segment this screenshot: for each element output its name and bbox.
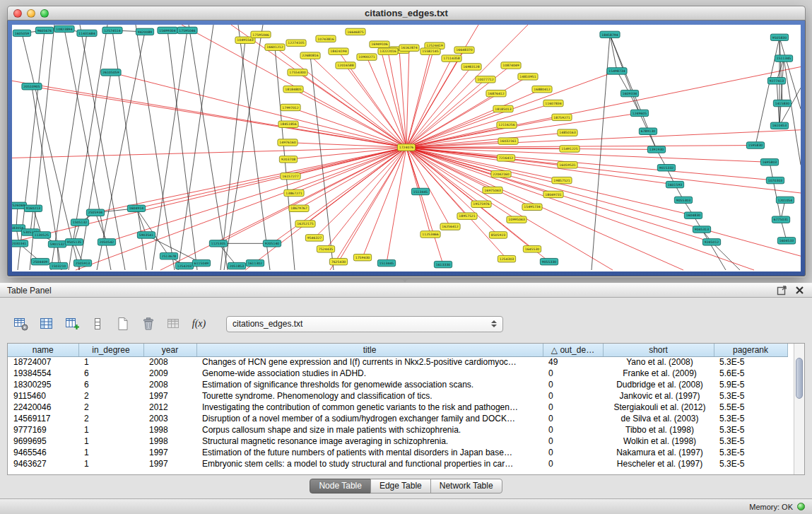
network-node[interactable]: 1604830: [684, 212, 702, 218]
network-node[interactable]: 2050542: [98, 239, 115, 245]
table-cell[interactable]: Structural magnetic resonance image aver…: [196, 436, 543, 447]
network-node[interactable]: 6115049: [192, 259, 210, 266]
network-node[interactable]: 9245012: [702, 239, 720, 245]
create-column-icon[interactable]: [62, 315, 81, 334]
network-node[interactable]: 15582145: [420, 48, 440, 54]
network-node[interactable]: 15699304: [158, 27, 177, 33]
network-node[interactable]: 16983128: [461, 64, 481, 70]
network-node[interactable]: 18458794: [600, 31, 620, 37]
table-cell[interactable]: 2003: [143, 413, 196, 424]
tab-network-table[interactable]: Network Table: [430, 479, 502, 493]
table-cell[interactable]: Stergiakouli et al. (2012): [603, 402, 714, 413]
table-row[interactable]: 1938455462009Genome-wide association stu…: [8, 368, 787, 379]
network-node[interactable]: 9505830: [770, 34, 788, 40]
network-node[interactable]: 16949106: [370, 41, 389, 47]
table-cell[interactable]: 0: [543, 390, 603, 402]
network-node[interactable]: 14976160: [278, 139, 298, 146]
network-node[interactable]: 12574514: [102, 27, 122, 33]
table-chooser-dropdown[interactable]: citations_edges.txt: [226, 316, 503, 332]
table-cell[interactable]: 1: [78, 424, 143, 436]
network-node[interactable]: 1609334: [620, 90, 638, 96]
network-node[interactable]: 7216412: [497, 155, 514, 161]
network-node[interactable]: 18679767: [289, 205, 309, 211]
network-node[interactable]: 13222016: [378, 48, 398, 54]
network-node[interactable]: 16648370: [454, 47, 474, 53]
network-node[interactable]: 5903541: [137, 232, 155, 238]
network-node[interactable]: 1605059: [13, 30, 30, 36]
network-node[interactable]: 18759271: [552, 114, 572, 120]
network-node[interactable]: 1130525: [33, 232, 50, 238]
table-cell[interactable]: 1998: [143, 424, 196, 436]
network-node[interactable]: 2051853: [228, 262, 245, 269]
table-cell[interactable]: 0: [543, 436, 603, 447]
network-node[interactable]: 11607834: [543, 100, 563, 106]
column-header-short[interactable]: short: [603, 344, 714, 356]
table-cell[interactable]: Disruption of a novel member of a sodium…: [196, 413, 543, 424]
network-node[interactable]: 15495734: [522, 204, 542, 210]
network-node[interactable]: 1503210: [49, 262, 67, 269]
network-node[interactable]: 9055303: [674, 197, 692, 203]
network-node[interactable]: 18424194: [329, 48, 348, 54]
network-node[interactable]: 16059531: [558, 162, 577, 168]
table-cell[interactable]: 9777169: [8, 424, 78, 436]
table-cell[interactable]: Dudbridge et al. (2008): [603, 379, 714, 390]
network-node[interactable]: 1604914: [127, 205, 145, 211]
table-cell[interactable]: 5.5E-5: [714, 402, 787, 413]
table-scrollbar[interactable]: [794, 344, 804, 474]
network-node[interactable]: 9055330: [540, 258, 558, 264]
table-cell[interactable]: Hescheler et al. (1997): [603, 458, 714, 469]
network-node[interactable]: 11431684: [77, 30, 97, 36]
network-node[interactable]: 1613330: [434, 261, 452, 267]
network-node[interactable]: 2505934: [86, 209, 104, 216]
network-node[interactable]: 2030341: [12, 240, 28, 247]
network-node[interactable]: 9505135: [65, 239, 83, 245]
network-node[interactable]: 18049731: [543, 191, 563, 197]
network-node[interactable]: 15498734: [607, 68, 627, 74]
table-cell[interactable]: 1998: [143, 436, 196, 447]
network-node[interactable]: 20510905: [22, 83, 42, 90]
table-cell[interactable]: 18724007: [8, 356, 78, 368]
network-node[interactable]: 1201054: [776, 197, 794, 203]
table-cell[interactable]: 2009: [143, 368, 196, 379]
table-row[interactable]: 946554611997Estimation of the future num…: [8, 447, 787, 458]
network-node[interactable]: 18185013: [493, 105, 513, 112]
table-cell[interactable]: 1997: [143, 458, 196, 469]
table-cell[interactable]: 19384554: [8, 368, 78, 379]
network-node[interactable]: 1611302: [246, 259, 264, 266]
column-header-pagerank[interactable]: pagerank: [714, 344, 787, 356]
network-node[interactable]: 9205140: [263, 240, 281, 247]
network-node[interactable]: 1070303: [766, 177, 784, 183]
import-table-icon[interactable]: [164, 315, 183, 334]
table-cell[interactable]: 5.3E-5: [714, 458, 787, 469]
network-node[interactable]: 17114358: [442, 55, 461, 62]
table-cell[interactable]: 1: [78, 436, 143, 447]
table-cell[interactable]: Genome-wide association studies in ADHD.: [196, 368, 543, 379]
table-settings-icon[interactable]: [11, 315, 30, 334]
network-node[interactable]: 12116256: [497, 122, 517, 128]
network-node[interactable]: 9045313: [693, 226, 710, 233]
function-builder-icon[interactable]: f(x): [189, 315, 208, 334]
network-node[interactable]: 16601212: [265, 44, 285, 50]
table-cell[interactable]: Estimation of the future numbers of pati…: [196, 447, 543, 458]
network-node[interactable]: 16032161: [498, 138, 518, 144]
network-node[interactable]: 1513445: [411, 188, 429, 194]
table-row[interactable]: 1456911722003Disruption of a novel membe…: [8, 413, 787, 424]
network-node[interactable]: 1254303: [498, 255, 515, 262]
network-node[interactable]: 2504409: [31, 258, 49, 264]
network-node[interactable]: 22042160: [491, 170, 511, 177]
table-cell[interactable]: 5.3E-5: [714, 390, 787, 402]
network-node[interactable]: 5901532: [48, 241, 66, 247]
table-cell[interactable]: 5.6E-5: [714, 368, 787, 379]
network-node[interactable]: 16975043: [483, 187, 502, 193]
network-node[interactable]: 1254203: [175, 262, 193, 269]
network-node[interactable]: 1249605: [630, 110, 648, 116]
network-node[interactable]: 7524435: [317, 246, 334, 252]
network-node[interactable]: 17595046: [177, 27, 197, 33]
network-node[interactable]: 10743816: [316, 35, 336, 42]
zoom-window-button[interactable]: [40, 9, 49, 18]
network-node[interactable]: 9015332: [657, 165, 675, 171]
tab-node-table[interactable]: Node Table: [310, 479, 371, 493]
close-panel-icon[interactable]: [794, 285, 805, 296]
table-cell[interactable]: 0: [543, 447, 603, 458]
table-cell[interactable]: 2: [78, 390, 143, 402]
